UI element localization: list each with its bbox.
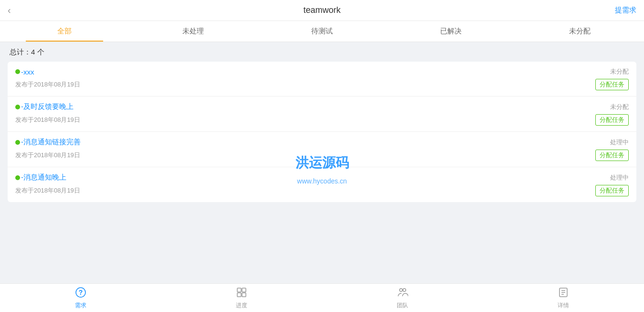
issue-status-2: 未分配: [610, 103, 629, 111]
issue-title-3[interactable]: -消息通知链接完善: [15, 138, 81, 147]
table-row: -消息通知链接完善 处理中 发布于2018年08月19日 分配任务: [8, 132, 636, 167]
svg-rect-5: [242, 293, 246, 297]
svg-point-7: [403, 289, 406, 291]
nav-label-detail: 详情: [558, 301, 569, 310]
svg-point-6: [400, 289, 402, 291]
progress-icon: [236, 287, 247, 300]
issue-date-4: 发布于2018年08月19日: [15, 186, 80, 195]
tab-resolved[interactable]: 已解决: [386, 21, 515, 42]
tab-all[interactable]: 全部: [0, 21, 129, 42]
main-content: 总计：4 个 -xxx 未分配 发布于2018年08月19日 分配任务: [0, 42, 644, 283]
total-count: 总计：4 个: [8, 42, 636, 62]
table-row: -消息通知晚上 处理中 发布于2018年08月19日 分配任务: [8, 167, 636, 202]
svg-rect-3: [242, 288, 246, 292]
svg-rect-4: [237, 293, 241, 297]
assign-button-2[interactable]: 分配任务: [595, 114, 629, 126]
svg-rect-2: [237, 288, 241, 292]
issue-status-4: 处理中: [610, 173, 629, 182]
nav-item-team[interactable]: 团队: [322, 287, 483, 310]
tab-unassigned[interactable]: 未分配: [515, 21, 644, 42]
assign-button-4[interactable]: 分配任务: [595, 185, 629, 196]
issue-title-1[interactable]: -xxx: [15, 68, 34, 76]
assign-button-1[interactable]: 分配任务: [595, 79, 629, 90]
issue-date-2: 发布于2018年08月19日: [15, 116, 80, 124]
demand-icon: ?: [75, 287, 86, 300]
svg-text:?: ?: [78, 289, 83, 296]
bottom-navigation: ? 需求 进度 团队: [0, 283, 644, 312]
nav-label-progress: 进度: [236, 301, 247, 310]
header: ‹ teamwork 提需求: [0, 0, 644, 21]
issue-list: -xxx 未分配 发布于2018年08月19日 分配任务 -及时反馈要晚上 未分…: [8, 62, 636, 202]
tab-testing[interactable]: 待测试: [258, 21, 387, 42]
table-row: -及时反馈要晚上 未分配 发布于2018年08月19日 分配任务: [8, 97, 636, 132]
status-dot-3: [15, 140, 20, 145]
page-title: teamwork: [303, 5, 340, 15]
assign-button-3[interactable]: 分配任务: [595, 150, 629, 161]
issue-date-3: 发布于2018年08月19日: [15, 151, 80, 160]
detail-icon: [558, 287, 569, 300]
tab-unhandled[interactable]: 未处理: [129, 21, 258, 42]
nav-label-team: 团队: [397, 301, 408, 310]
nav-item-progress[interactable]: 进度: [161, 287, 322, 310]
content-wrapper: 洪运源码 www.hycodes.cn 总计：4 个 -xxx 未分配 发布于2…: [0, 42, 644, 283]
team-icon: [397, 287, 408, 300]
nav-label-demand: 需求: [75, 301, 86, 310]
issue-title-2[interactable]: -及时反馈要晚上: [15, 102, 74, 111]
table-row: -xxx 未分配 发布于2018年08月19日 分配任务: [8, 62, 636, 97]
back-button[interactable]: ‹: [8, 5, 11, 16]
status-dot-4: [15, 175, 20, 180]
issue-date-1: 发布于2018年08月19日: [15, 80, 80, 89]
issue-status-1: 未分配: [610, 67, 629, 76]
status-dot-1: [15, 69, 20, 74]
issue-status-3: 处理中: [610, 138, 629, 147]
status-dot-2: [15, 105, 20, 109]
nav-item-detail[interactable]: 详情: [483, 287, 644, 310]
submit-request-button[interactable]: 提需求: [615, 6, 636, 15]
tab-bar: 全部 未处理 待测试 已解决 未分配: [0, 21, 644, 42]
issue-title-4[interactable]: -消息通知晚上: [15, 173, 66, 182]
nav-item-demand[interactable]: ? 需求: [0, 287, 161, 310]
